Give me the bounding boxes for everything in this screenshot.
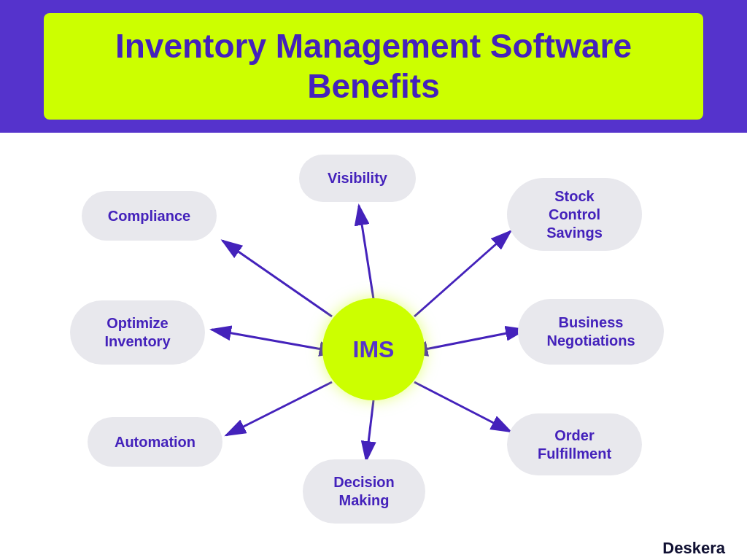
svg-line-8 (212, 330, 322, 349)
node-visibility-text: Visibility (328, 169, 387, 187)
node-compliance: Compliance (82, 191, 217, 241)
svg-line-7 (226, 382, 332, 435)
node-optimize-inventory: OptimizeInventory (70, 300, 205, 365)
svg-line-6 (366, 400, 374, 461)
node-order-fulfillment-text: OrderFulfillment (538, 427, 611, 463)
node-decision-making-text: DecisionMaking (333, 473, 394, 510)
header: Inventory Management Software Benefits (0, 0, 747, 133)
svg-line-2 (359, 206, 374, 299)
node-business-negotiations-text: BusinessNegotiations (546, 314, 635, 350)
center-circle: IMS (322, 298, 425, 400)
center-label: IMS (353, 336, 395, 363)
node-optimize-inventory-text: OptimizeInventory (104, 314, 170, 351)
diagram-area: IMS Visibility StockControlSavings Busin… (0, 133, 747, 560)
node-automation-text: Automation (115, 433, 196, 451)
node-decision-making: DecisionMaking (303, 459, 425, 524)
svg-line-4 (425, 330, 525, 349)
header-inner: Inventory Management Software Benefits (44, 13, 703, 120)
svg-line-5 (414, 382, 511, 432)
node-order-fulfillment: OrderFulfillment (507, 413, 642, 475)
node-automation: Automation (88, 417, 222, 467)
node-stock-control-text: StockControlSavings (546, 187, 603, 242)
page-title: Inventory Management Software Benefits (66, 26, 681, 106)
node-business-negotiations: BusinessNegotiations (518, 299, 664, 365)
node-compliance-text: Compliance (108, 207, 190, 225)
svg-line-9 (222, 241, 332, 316)
svg-line-3 (414, 231, 511, 316)
node-stock-control: StockControlSavings (507, 178, 642, 251)
node-visibility: Visibility (299, 155, 416, 202)
